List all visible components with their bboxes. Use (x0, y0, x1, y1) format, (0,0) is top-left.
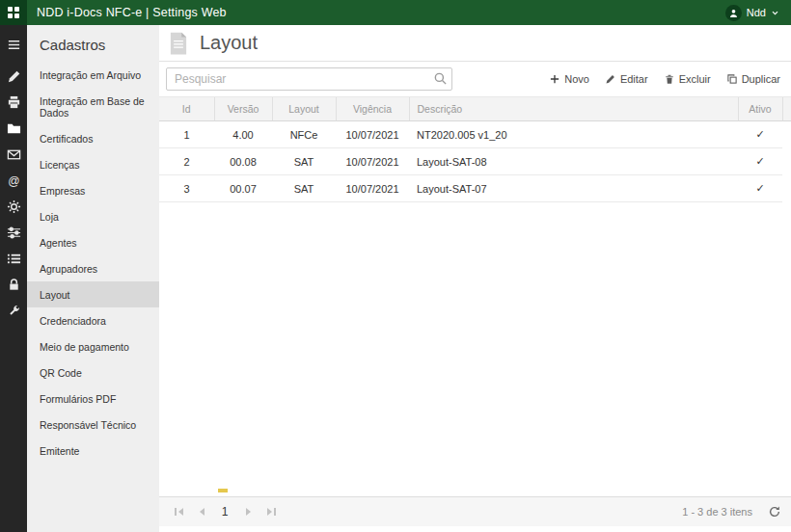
chevron-down-icon (771, 9, 779, 17)
app-title: NDD i-Docs NFC-e | Settings Web (37, 6, 227, 19)
apps-grid-icon[interactable] (0, 0, 27, 25)
sidebar-item-certificados[interactable]: Certificados (27, 125, 159, 151)
cell-ativo-check-icon: ✓ (738, 121, 782, 148)
column-header-ativo[interactable]: Ativo (738, 97, 782, 121)
sidebar-item-layout[interactable]: Layout (27, 281, 159, 307)
search-input[interactable] (166, 67, 452, 91)
action-label: Excluir (679, 73, 711, 85)
layout-table: IdVersãoLayoutVigênciaDescriçãoAtivo 14.… (159, 96, 791, 202)
editar-button[interactable]: Editar (605, 73, 648, 85)
cell-descricao: Layout-SAT-08 (409, 148, 738, 175)
svg-text:@: @ (8, 174, 19, 188)
pager: 1 1 - 3 de 3 itens (159, 496, 791, 526)
cell-id: 3 (159, 175, 214, 202)
next-page-button[interactable] (236, 500, 259, 523)
action-label: Novo (564, 73, 589, 85)
printer-icon[interactable] (0, 90, 27, 116)
cell-versao: 00.08 (214, 148, 272, 175)
cell-descricao: Layout-SAT-07 (409, 175, 738, 202)
icon-rail: @ (0, 25, 27, 532)
user-name: Ndd (747, 7, 766, 18)
cell-ativo-check-icon: ✓ (738, 148, 782, 175)
toolbar: NovoEditarExcluirDuplicar (159, 62, 791, 96)
prev-page-button[interactable] (190, 500, 213, 523)
refresh-button[interactable] (766, 503, 783, 520)
highlight-mark (218, 489, 228, 492)
lock-icon[interactable] (0, 272, 27, 298)
mail-icon[interactable] (0, 142, 27, 168)
table-header-row: IdVersãoLayoutVigênciaDescriçãoAtivo (159, 97, 791, 121)
plus-icon (549, 73, 560, 85)
cell-versao: 00.07 (214, 175, 272, 202)
table-row[interactable]: 14.00NFCe10/07/2021NT2020.005 v1_20✓ (159, 121, 791, 148)
trash-icon (664, 73, 675, 85)
sidebar-item-formularios-pdf[interactable]: Formulários PDF (27, 386, 159, 412)
duplicar-button[interactable]: Duplicar (726, 73, 780, 85)
sidebar-item-integracao-arquivo[interactable]: Integração em Arquivo (27, 62, 159, 88)
sidebar-item-meio-de-pagamento[interactable]: Meio de pagamento (27, 333, 159, 359)
search-box (166, 67, 452, 91)
table-row[interactable]: 200.08SAT10/07/2021Layout-SAT-08✓ (159, 148, 791, 175)
sidebar-item-qr-code[interactable]: QR Code (27, 359, 159, 386)
column-header-id[interactable]: Id (159, 97, 214, 121)
cell-ativo-check-icon: ✓ (738, 175, 782, 202)
pen-icon[interactable] (0, 64, 27, 90)
sidebar-item-emitente[interactable]: Emitente (27, 438, 159, 464)
main-panel: Layout NovoEditarExcluirDuplicar IdVersã… (159, 25, 791, 532)
document-page-icon (166, 31, 191, 56)
action-label: Duplicar (742, 73, 780, 85)
menu-icon[interactable] (0, 32, 27, 58)
sidebar-list: Integração em ArquivoIntegração em Base … (27, 62, 159, 464)
cell-vigencia: 10/07/2021 (336, 121, 409, 148)
folder-icon[interactable] (0, 116, 27, 142)
sidebar-item-responsavel-tecnico[interactable]: Responsável Técnico (27, 412, 159, 438)
pager-info: 1 - 3 de 3 itens (682, 506, 752, 518)
pencil-icon (605, 73, 616, 85)
wrench-icon[interactable] (0, 298, 27, 324)
cell-layout: NFCe (272, 121, 336, 148)
row-gutter (782, 175, 791, 202)
list-icon[interactable] (0, 246, 27, 272)
column-header-descricao[interactable]: Descrição (409, 97, 738, 121)
user-avatar-icon (725, 5, 742, 21)
duplicate-icon (726, 73, 738, 85)
sidebar-title: Cadastros (27, 25, 159, 62)
topbar: NDD i-Docs NFC-e | Settings Web Ndd (0, 0, 791, 25)
cell-layout: SAT (272, 175, 336, 202)
action-label: Editar (620, 73, 648, 85)
column-header-layout[interactable]: Layout (272, 97, 336, 121)
page-title: Layout (200, 32, 258, 54)
gear-icon[interactable] (0, 194, 27, 220)
table-row[interactable]: 300.07SAT10/07/2021Layout-SAT-07✓ (159, 175, 791, 202)
row-gutter (782, 121, 791, 148)
last-page-button[interactable] (259, 500, 283, 523)
excluir-button[interactable]: Excluir (664, 73, 711, 85)
cell-vigencia: 10/07/2021 (336, 148, 409, 175)
cell-layout: SAT (272, 148, 336, 175)
cell-versao: 4.00 (214, 121, 272, 148)
at-icon[interactable]: @ (0, 168, 27, 194)
current-page-button[interactable]: 1 (215, 501, 234, 522)
sidebar-item-agentes[interactable]: Agentes (27, 229, 159, 255)
user-menu[interactable]: Ndd (725, 5, 791, 21)
cell-vigencia: 10/07/2021 (336, 175, 409, 202)
sidebar-item-licencas[interactable]: Licenças (27, 151, 159, 177)
grid-actions: NovoEditarExcluirDuplicar (549, 73, 784, 85)
column-header-versao[interactable]: Versão (214, 97, 272, 121)
page-header: Layout (159, 25, 791, 62)
sidebar-item-agrupadores[interactable]: Agrupadores (27, 255, 159, 281)
first-page-button[interactable] (167, 500, 190, 523)
search-icon[interactable] (433, 71, 448, 86)
cell-id: 1 (159, 121, 214, 148)
sidebar-item-credenciadora[interactable]: Credenciadora (27, 307, 159, 333)
row-gutter (782, 148, 791, 175)
scrollbar-gutter (782, 97, 791, 121)
cell-id: 2 (159, 148, 214, 175)
column-header-vigencia[interactable]: Vigência (336, 97, 409, 121)
cell-descricao: NT2020.005 v1_20 (409, 121, 738, 148)
sidebar-item-empresas[interactable]: Empresas (27, 177, 159, 203)
sliders-icon[interactable] (0, 220, 27, 246)
novo-button[interactable]: Novo (549, 73, 589, 85)
sidebar-item-integracao-base-dados[interactable]: Integração em Base de Dados (27, 88, 159, 125)
sidebar-item-loja[interactable]: Loja (27, 203, 159, 229)
